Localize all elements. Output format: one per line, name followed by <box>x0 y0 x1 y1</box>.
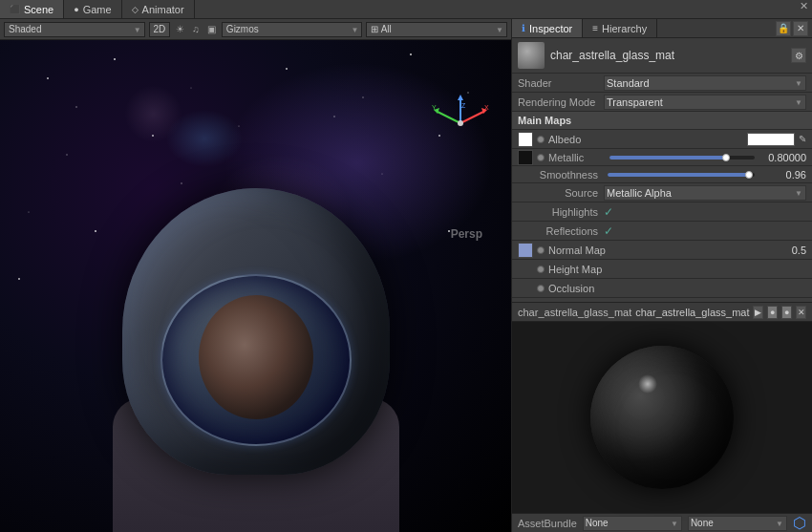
visor <box>160 274 352 446</box>
asset-bundle-none-wrapper[interactable]: None <box>583 516 682 531</box>
height-map-circle[interactable] <box>537 266 545 273</box>
highlights-check[interactable]: ✓ <box>604 205 613 219</box>
helmet-outer <box>122 188 390 475</box>
preview-close-button[interactable]: ✕ <box>796 306 806 319</box>
highlights-label: Highlights <box>518 206 604 218</box>
metallic-value[interactable]: 0.80000 <box>759 152 806 163</box>
2d-button[interactable]: 2D <box>149 22 171 37</box>
lock-button[interactable]: 🔒 <box>776 21 791 36</box>
scene-viewport[interactable]: Z X Y Persp <box>0 40 511 532</box>
material-icon <box>518 42 545 69</box>
smoothness-label: Smoothness <box>518 169 604 181</box>
gizmos-dropdown-wrapper[interactable]: Gizmos <box>222 22 363 37</box>
layers-select[interactable]: ⊞ All <box>366 22 507 37</box>
tab-actions: 🔒 ✕ <box>776 19 812 37</box>
sun-icon[interactable]: ☀ <box>174 24 186 34</box>
occlusion-row: Occlusion <box>512 279 812 298</box>
normal-map-circle[interactable] <box>537 246 545 254</box>
source-select[interactable]: Metallic Alpha <box>604 185 806 201</box>
svg-text:Y: Y <box>432 104 437 111</box>
asset-bundle-icon[interactable]: ⬡ <box>793 514 806 532</box>
material-header-buttons: ⚙ <box>791 48 806 63</box>
close-button[interactable]: ✕ <box>793 21 808 36</box>
svg-point-0 <box>47 77 49 79</box>
metallic-label: Metallic <box>548 152 606 163</box>
reflections-label: Reflections <box>518 225 604 237</box>
metallic-fill <box>609 156 726 160</box>
svg-point-28 <box>458 120 463 126</box>
occlusion-label: Occlusion <box>548 283 806 294</box>
preview-title-text: char_astrella_glass_mat <box>635 307 749 318</box>
reflections-row: Reflections ✓ <box>512 222 812 241</box>
asset-bundle-bar: AssetBundle None None ⬡ <box>512 513 812 532</box>
layers-dropdown-wrapper[interactable]: ⊞ All <box>366 22 507 37</box>
rendering-mode-dropdown-wrapper[interactable]: Transparent <box>604 95 806 110</box>
svg-point-6 <box>410 53 412 55</box>
tab-inspector[interactable]: ℹ Inspector <box>512 19 583 37</box>
astronaut-figure <box>103 150 409 532</box>
svg-line-26 <box>438 112 460 123</box>
reflections-check[interactable]: ✓ <box>604 224 613 238</box>
rendering-mode-select[interactable]: Transparent <box>604 95 806 110</box>
shader-select[interactable]: Standard <box>604 75 806 91</box>
rendering-mode-label: Rendering Mode <box>518 96 604 108</box>
svg-point-13 <box>95 230 96 232</box>
smoothness-slider[interactable] <box>608 173 755 177</box>
occlusion-circle[interactable] <box>537 285 545 292</box>
metallic-circle[interactable] <box>537 154 545 161</box>
transform-gizmo: Z X Y <box>430 93 492 155</box>
albedo-row: Albedo ✎ <box>512 130 812 149</box>
shading-select[interactable]: Shaded <box>4 22 145 37</box>
smoothness-fill <box>608 173 749 177</box>
albedo-label: Albedo <box>548 134 743 145</box>
highlights-row: Highlights ✓ <box>512 202 812 222</box>
asset-bundle-select-1[interactable]: None <box>583 516 682 531</box>
asset-bundle-label: AssetBundle <box>518 518 577 529</box>
albedo-color-swatch[interactable] <box>747 133 795 146</box>
game-tab-icon: ● <box>74 5 78 14</box>
tab-game[interactable]: ● Game <box>64 0 121 18</box>
normal-map-thumb[interactable] <box>518 243 533 258</box>
gizmos-select[interactable]: Gizmos <box>222 22 363 37</box>
source-row: Source Metallic Alpha <box>512 183 812 202</box>
svg-point-10 <box>362 96 363 97</box>
hierarchy-tab-label: Hierarchy <box>602 23 647 34</box>
svg-point-7 <box>66 154 67 155</box>
normal-map-value[interactable]: 0.5 <box>759 245 806 256</box>
tab-scene[interactable]: ⬛ Scene <box>0 0 64 18</box>
svg-point-18 <box>18 278 20 280</box>
source-label: Source <box>518 187 604 199</box>
asset-bundle-none2-wrapper[interactable]: None <box>688 516 787 531</box>
eyedropper-icon[interactable]: ✎ <box>799 134 806 144</box>
game-tab-label: Game <box>83 4 112 15</box>
shading-dropdown-wrapper[interactable]: Shaded <box>4 22 145 37</box>
close-scene-button[interactable]: ✕ <box>796 0 812 18</box>
metallic-slider[interactable] <box>609 156 755 160</box>
smoothness-value[interactable]: 0.96 <box>759 169 806 181</box>
shader-label: Shader <box>518 77 604 89</box>
albedo-circle[interactable] <box>537 136 545 143</box>
svg-point-9 <box>239 126 240 127</box>
scene-tab-icon: ⬛ <box>10 5 20 14</box>
svg-marker-23 <box>458 95 463 100</box>
animator-tab-label: Animator <box>142 4 184 15</box>
shader-dropdown-wrapper[interactable]: Standard <box>604 75 806 91</box>
preview-canvas[interactable] <box>512 322 812 513</box>
image-icon[interactable]: ▣ <box>205 24 218 34</box>
preview-toggle-2[interactable]: ● <box>781 306 792 319</box>
smoothness-thumb-handle[interactable] <box>745 171 753 179</box>
asset-bundle-select-2[interactable]: None <box>688 516 787 531</box>
preview-toggle-1[interactable]: ● <box>767 306 778 319</box>
metallic-thumb[interactable] <box>518 150 533 165</box>
albedo-thumb[interactable] <box>518 132 533 147</box>
preview-play-button[interactable]: ▶ <box>753 306 763 319</box>
material-settings-button[interactable]: ⚙ <box>791 48 806 63</box>
audio-icon[interactable]: ♫ <box>190 24 202 34</box>
tab-bar: ⬛ Scene ● Game ◇ Animator ✕ <box>0 0 812 19</box>
metallic-thumb-handle[interactable] <box>722 154 730 161</box>
source-dropdown-wrapper[interactable]: Metallic Alpha <box>604 185 806 201</box>
rendering-mode-row: Rendering Mode Transparent <box>512 93 812 112</box>
tab-hierarchy[interactable]: ≡ Hierarchy <box>583 19 657 37</box>
tab-animator[interactable]: ◇ Animator <box>122 0 195 18</box>
sphere-highlight <box>638 374 657 394</box>
